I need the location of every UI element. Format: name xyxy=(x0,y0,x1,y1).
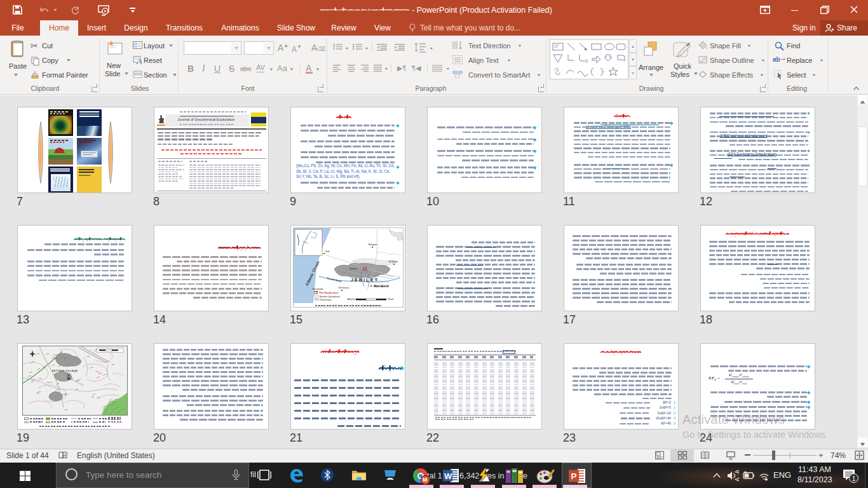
svg-text:Chichaoua: Chichaoua xyxy=(338,287,349,289)
svg-text:Bouaouda: Bouaouda xyxy=(313,288,323,290)
svg-text:El Kelaa: El Kelaa xyxy=(389,261,397,263)
svg-text:JEBILET: JEBILET xyxy=(351,278,379,282)
svg-text:P: P xyxy=(571,471,577,481)
svg-text:Boumier (phosphate): Boumier (phosphate) xyxy=(320,295,340,298)
svg-text:Paleozoique: Paleozoique xyxy=(320,299,332,301)
svg-text:Safi: Safi xyxy=(325,250,329,253)
svg-text:W: W xyxy=(444,471,452,481)
svg-text:The Study area: The Study area xyxy=(319,291,339,294)
svg-text:76 km: 76 km xyxy=(388,298,393,301)
svg-text:Kettara: Kettara xyxy=(349,268,357,270)
svg-text:Bengurir: Bengurir xyxy=(369,243,377,246)
svg-text:Am(zro): Am(zro) xyxy=(348,298,355,301)
svg-text:Marrakech: Marrakech xyxy=(374,285,389,288)
